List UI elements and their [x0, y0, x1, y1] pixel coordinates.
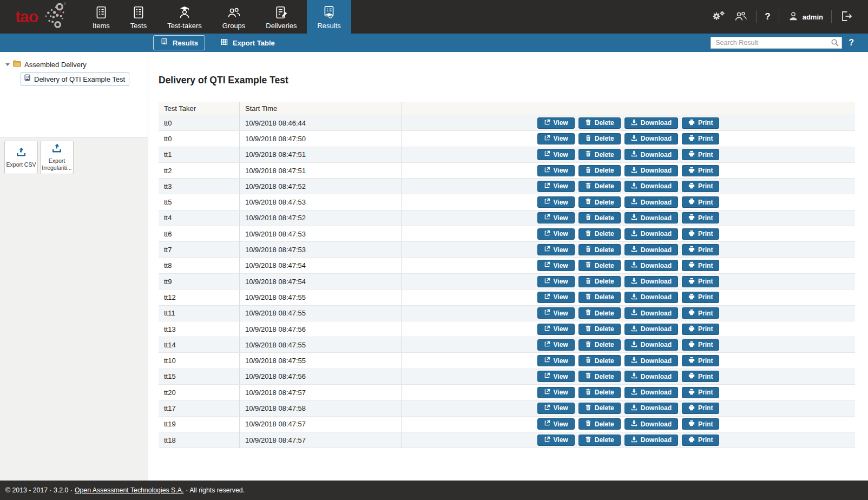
- tree-node-assembled-delivery[interactable]: Assembled Delivery: [5, 60, 143, 69]
- print-button[interactable]: Print: [682, 228, 719, 240]
- delete-button[interactable]: Delete: [578, 403, 621, 414]
- tao-logo[interactable]: tao ®: [0, 0, 76, 34]
- print-button[interactable]: Print: [682, 435, 719, 446]
- results-view-button[interactable]: Results: [153, 35, 205, 50]
- delete-button[interactable]: Delete: [578, 339, 621, 351]
- nav-item-groups[interactable]: Groups: [212, 0, 256, 34]
- delete-button[interactable]: Delete: [578, 212, 621, 223]
- delete-button[interactable]: Delete: [578, 276, 621, 287]
- print-button[interactable]: Print: [682, 196, 719, 208]
- view-button[interactable]: View: [537, 212, 575, 223]
- export-irregularities-button[interactable]: Export Irregulariti...: [40, 141, 74, 174]
- nav-item-deliveries[interactable]: Deliveries: [255, 0, 307, 34]
- nav-item-results[interactable]: Results: [307, 0, 351, 34]
- download-button[interactable]: Download: [624, 307, 678, 319]
- view-button[interactable]: View: [537, 196, 575, 208]
- view-button[interactable]: View: [537, 149, 575, 160]
- delete-button[interactable]: Delete: [578, 371, 621, 382]
- delete-button[interactable]: Delete: [578, 260, 621, 271]
- download-button[interactable]: Download: [624, 181, 678, 192]
- print-button[interactable]: Print: [682, 133, 719, 144]
- download-button[interactable]: Download: [624, 292, 678, 303]
- delete-button[interactable]: Delete: [578, 117, 621, 129]
- view-button[interactable]: View: [537, 260, 575, 271]
- print-button[interactable]: Print: [682, 149, 719, 160]
- view-button[interactable]: View: [537, 181, 575, 192]
- print-button[interactable]: Print: [682, 371, 719, 382]
- delete-button[interactable]: Delete: [578, 228, 621, 240]
- print-button[interactable]: Print: [682, 355, 719, 366]
- delete-button[interactable]: Delete: [578, 324, 621, 335]
- download-button[interactable]: Download: [624, 339, 678, 351]
- delete-button[interactable]: Delete: [578, 435, 621, 446]
- print-button[interactable]: Print: [682, 117, 719, 129]
- delete-button[interactable]: Delete: [578, 181, 621, 192]
- delete-button[interactable]: Delete: [578, 418, 621, 430]
- nav-item-items[interactable]: Items: [82, 0, 120, 34]
- export-table-button[interactable]: Export Table: [214, 36, 281, 50]
- view-button[interactable]: View: [537, 339, 575, 351]
- print-button[interactable]: Print: [682, 324, 719, 335]
- view-button[interactable]: View: [537, 292, 575, 303]
- print-button[interactable]: Print: [682, 276, 719, 287]
- download-button[interactable]: Download: [624, 165, 678, 176]
- download-button[interactable]: Download: [624, 260, 678, 271]
- download-button[interactable]: Download: [624, 324, 678, 335]
- print-button[interactable]: Print: [682, 403, 719, 414]
- download-button[interactable]: Download: [624, 355, 678, 366]
- download-button[interactable]: Download: [624, 435, 678, 446]
- print-button[interactable]: Print: [682, 387, 719, 398]
- settings-button[interactable]: [711, 10, 725, 24]
- print-button[interactable]: Print: [682, 212, 719, 223]
- delete-button[interactable]: Delete: [578, 165, 621, 176]
- download-button[interactable]: Download: [624, 212, 678, 223]
- view-button[interactable]: View: [537, 117, 575, 129]
- print-button[interactable]: Print: [682, 244, 719, 255]
- delete-button[interactable]: Delete: [578, 196, 621, 208]
- delete-button[interactable]: Delete: [578, 307, 621, 319]
- view-button[interactable]: View: [537, 165, 575, 176]
- print-button[interactable]: Print: [682, 418, 719, 430]
- view-button[interactable]: View: [537, 403, 575, 414]
- toolbar-help-icon[interactable]: ?: [849, 38, 854, 48]
- view-button[interactable]: View: [537, 324, 575, 335]
- logout-button[interactable]: [840, 10, 853, 24]
- download-button[interactable]: Download: [624, 133, 678, 144]
- search-input[interactable]: [711, 37, 842, 49]
- download-button[interactable]: Download: [624, 387, 678, 398]
- view-button[interactable]: View: [537, 228, 575, 240]
- chevron-down-icon[interactable]: [5, 63, 10, 66]
- oat-link[interactable]: Open Assessment Technologies S.A.: [75, 486, 183, 494]
- nav-item-tests[interactable]: Tests: [120, 0, 157, 34]
- view-button[interactable]: View: [537, 435, 575, 446]
- delete-button[interactable]: Delete: [578, 387, 621, 398]
- download-button[interactable]: Download: [624, 276, 678, 287]
- user-management-button[interactable]: [733, 10, 748, 24]
- view-button[interactable]: View: [537, 418, 575, 430]
- tree-item-delivery[interactable]: Delivery of QTI Example Test: [21, 73, 129, 86]
- print-button[interactable]: Print: [682, 260, 719, 271]
- view-button[interactable]: View: [537, 387, 575, 398]
- nav-item-test-takers[interactable]: Test-takers: [157, 0, 212, 34]
- print-button[interactable]: Print: [682, 307, 719, 319]
- download-button[interactable]: Download: [624, 403, 678, 414]
- download-button[interactable]: Download: [624, 196, 678, 208]
- download-button[interactable]: Download: [624, 244, 678, 255]
- print-button[interactable]: Print: [682, 292, 719, 303]
- download-button[interactable]: Download: [624, 149, 678, 160]
- delete-button[interactable]: Delete: [578, 355, 621, 366]
- tree-root-label[interactable]: Assembled Delivery: [24, 61, 87, 69]
- help-icon[interactable]: ?: [765, 11, 770, 22]
- download-button[interactable]: Download: [624, 371, 678, 382]
- view-button[interactable]: View: [537, 244, 575, 255]
- user-menu[interactable]: admin: [787, 10, 823, 24]
- export-csv-button[interactable]: Export CSV: [4, 141, 38, 174]
- print-button[interactable]: Print: [682, 165, 719, 176]
- delete-button[interactable]: Delete: [578, 292, 621, 303]
- delete-button[interactable]: Delete: [578, 149, 621, 160]
- view-button[interactable]: View: [537, 355, 575, 366]
- view-button[interactable]: View: [537, 133, 575, 144]
- print-button[interactable]: Print: [682, 339, 719, 351]
- delete-button[interactable]: Delete: [578, 133, 621, 144]
- print-button[interactable]: Print: [682, 181, 719, 192]
